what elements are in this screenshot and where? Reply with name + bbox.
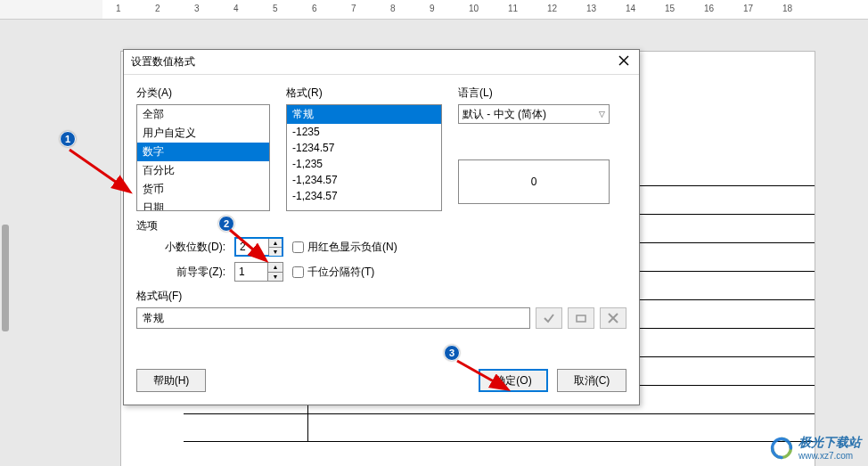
category-item[interactable]: 百分比	[137, 161, 269, 180]
cancel-button[interactable]: 取消(C)	[557, 369, 626, 392]
category-item[interactable]: 日期	[137, 199, 269, 211]
category-item[interactable]: 数字	[137, 143, 269, 161]
help-button[interactable]: 帮助(H)	[136, 369, 206, 392]
format-code-input[interactable]	[136, 307, 530, 329]
format-item[interactable]: -1,234.57	[287, 188, 441, 204]
note-icon[interactable]	[568, 307, 594, 329]
logo-icon	[770, 437, 793, 460]
watermark-url: www.xz7.com	[798, 451, 861, 461]
number-format-dialog: 设置数值格式 分类(A) 全部用户自定义数字百分比货币日期时间 格式(R) 常规…	[123, 49, 640, 405]
language-label: 语言(L)	[458, 86, 610, 101]
leading-zero-input[interactable]	[235, 263, 267, 281]
close-button[interactable]	[616, 54, 632, 70]
format-listbox[interactable]: 常规-1235-1234.57-1,235-1,234.57-1,234.57	[286, 104, 442, 211]
check-icon[interactable]	[536, 307, 562, 329]
spinner-down-icon[interactable]: ▼	[268, 273, 283, 282]
callout-1: 1	[60, 131, 76, 147]
dialog-title: 设置数值格式	[131, 54, 616, 69]
spinner-up-icon[interactable]: ▲	[268, 263, 283, 273]
format-label: 格式(R)	[286, 86, 442, 101]
format-code-label: 格式码(F)	[136, 289, 626, 304]
preview-value: 0	[531, 176, 537, 188]
watermark: 极光下载站 www.xz7.com	[770, 435, 861, 461]
leading-zero-label: 前导零(Z):	[136, 265, 225, 280]
spinner-down-icon[interactable]: ▼	[269, 248, 282, 256]
decimal-places-spinner[interactable]: ▲▼	[234, 237, 283, 257]
category-item[interactable]: 全部	[137, 105, 269, 124]
format-item[interactable]: -1234.57	[287, 140, 441, 156]
format-item[interactable]: -1235	[287, 124, 441, 140]
callout-3: 3	[444, 345, 460, 361]
delete-icon[interactable]	[600, 307, 626, 329]
thousands-sep-checkbox[interactable]: 千位分隔符(T)	[292, 265, 374, 280]
callout-2: 2	[218, 216, 234, 232]
ruler: 123456789101112131415161718	[0, 0, 868, 20]
ok-button[interactable]: 确定(O)	[479, 369, 548, 392]
language-value: 默认 - 中文 (简体)	[463, 107, 546, 122]
chevron-down-icon: ▽	[599, 110, 605, 119]
decimal-places-label: 小数位数(D):	[136, 240, 225, 255]
category-label: 分类(A)	[136, 86, 270, 101]
language-select[interactable]: 默认 - 中文 (简体) ▽	[458, 104, 610, 124]
format-item[interactable]: 常规	[287, 105, 441, 124]
watermark-name: 极光下载站	[798, 435, 861, 451]
titlebar: 设置数值格式	[124, 50, 639, 75]
scrollbar[interactable]	[2, 225, 9, 331]
spinner-up-icon[interactable]: ▲	[269, 239, 282, 248]
category-item[interactable]: 用户自定义	[137, 124, 269, 143]
negative-red-label: 用红色显示负值(N)	[307, 240, 397, 255]
svg-rect-2	[577, 315, 585, 322]
category-listbox[interactable]: 全部用户自定义数字百分比货币日期时间	[136, 104, 270, 211]
thousands-sep-label: 千位分隔符(T)	[307, 265, 374, 280]
negative-red-checkbox[interactable]: 用红色显示负值(N)	[292, 240, 397, 255]
options-label: 选项	[136, 218, 626, 233]
format-item[interactable]: -1,234.57	[287, 172, 441, 188]
format-item[interactable]: -1,235	[287, 156, 441, 172]
decimal-places-input[interactable]	[236, 239, 268, 255]
preview-box: 0	[458, 159, 610, 204]
leading-zero-spinner[interactable]: ▲▼	[234, 262, 283, 282]
category-item[interactable]: 货币	[137, 180, 269, 199]
